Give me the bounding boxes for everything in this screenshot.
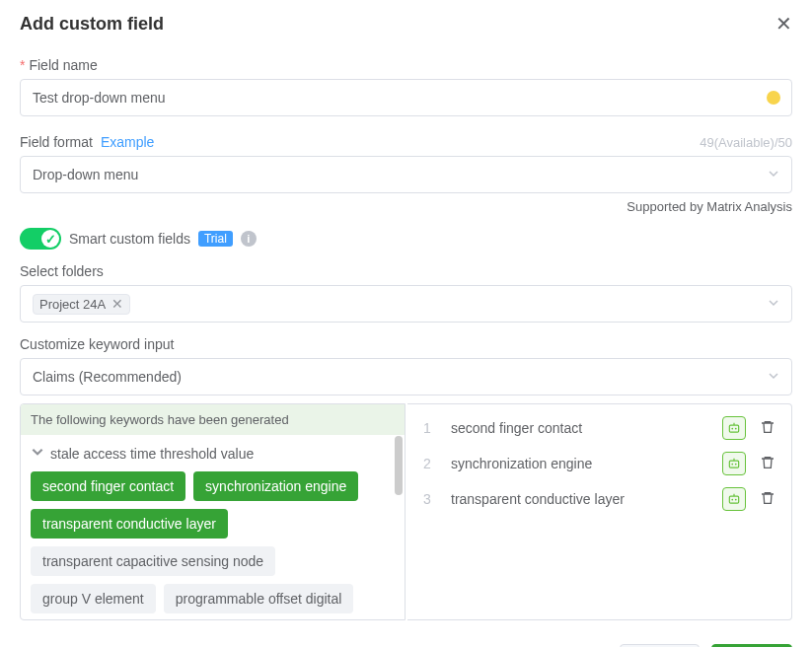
svg-rect-8 bbox=[729, 496, 738, 503]
keyword-tag[interactable]: synchronization engine bbox=[193, 471, 358, 501]
field-format-label: Field format bbox=[20, 134, 93, 150]
selected-panel: 1second finger contact2synchronization e… bbox=[407, 403, 792, 620]
keywords-panel-body[interactable]: stale access time threshold value second… bbox=[21, 435, 405, 620]
svg-point-5 bbox=[731, 464, 733, 466]
info-icon[interactable]: i bbox=[241, 231, 257, 247]
row-number: 2 bbox=[423, 456, 437, 471]
select-folders-label: Select folders bbox=[20, 263, 104, 279]
keyword-input-label: Customize keyword input bbox=[20, 336, 174, 352]
svg-point-1 bbox=[731, 428, 733, 430]
svg-point-10 bbox=[735, 499, 737, 501]
robot-icon[interactable] bbox=[722, 487, 746, 511]
chip-remove-icon[interactable]: ✕ bbox=[111, 297, 123, 311]
svg-rect-0 bbox=[729, 425, 738, 432]
example-link[interactable]: Example bbox=[101, 134, 154, 150]
row-label: transparent conductive layer bbox=[451, 491, 708, 507]
modal-title: Add custom field bbox=[20, 14, 164, 35]
scrollbar[interactable] bbox=[395, 436, 403, 495]
folder-chip[interactable]: Project 24A ✕ bbox=[33, 294, 130, 315]
trash-icon[interactable] bbox=[760, 455, 775, 473]
chevron-down-icon bbox=[768, 296, 779, 312]
robot-icon[interactable] bbox=[722, 452, 746, 475]
smart-fields-label: Smart custom fields bbox=[69, 231, 190, 247]
required-star: * bbox=[20, 57, 25, 73]
robot-icon[interactable] bbox=[722, 416, 746, 440]
smart-fields-toggle[interactable]: ✓ bbox=[20, 228, 61, 250]
keyword-tag[interactable]: group V element bbox=[31, 584, 156, 613]
folder-chip-label: Project 24A bbox=[39, 297, 106, 312]
svg-rect-4 bbox=[729, 461, 738, 467]
row-number: 3 bbox=[423, 491, 437, 507]
chevron-down-icon bbox=[768, 369, 779, 385]
keyword-tag[interactable]: second finger contact bbox=[31, 471, 185, 501]
close-icon[interactable]: ✕ bbox=[775, 12, 792, 36]
selected-row: 3transparent conductive layer bbox=[415, 481, 783, 517]
svg-point-9 bbox=[731, 499, 733, 501]
keywords-panel: The following keywords have been generat… bbox=[20, 403, 406, 620]
keyword-tag[interactable]: programmable offset digital bbox=[164, 584, 354, 613]
check-icon: ✓ bbox=[45, 233, 56, 246]
keyword-tag[interactable]: transparent conductive layer bbox=[31, 509, 228, 539]
select-folders[interactable]: Project 24A ✕ bbox=[20, 285, 792, 323]
keyword-input-value: Claims (Recommended) bbox=[33, 369, 182, 385]
selected-row: 2synchronization engine bbox=[415, 446, 783, 481]
keyword-tag[interactable]: transparent capacitive sensing node bbox=[31, 546, 275, 576]
field-format-helper: Supported by Matrix Analysis bbox=[20, 199, 792, 214]
field-name-label: Field name bbox=[29, 57, 97, 73]
trash-icon[interactable] bbox=[760, 419, 775, 438]
chevron-down-icon[interactable] bbox=[31, 445, 44, 462]
field-format-value: Drop-down menu bbox=[33, 167, 138, 182]
keyword-input-select[interactable]: Claims (Recommended) bbox=[20, 358, 792, 395]
status-dot-icon bbox=[767, 91, 780, 105]
row-label: synchronization engine bbox=[451, 456, 708, 471]
field-name-input[interactable] bbox=[20, 79, 792, 116]
trial-badge: Trial bbox=[198, 231, 233, 247]
selected-row: 1second finger contact bbox=[415, 410, 783, 446]
svg-point-2 bbox=[735, 428, 737, 430]
keywords-panel-header: The following keywords have been generat… bbox=[21, 404, 405, 435]
trash-icon[interactable] bbox=[760, 490, 775, 509]
field-format-select[interactable]: Drop-down menu bbox=[20, 156, 792, 193]
stale-threshold-text: stale access time threshold value bbox=[50, 446, 254, 462]
svg-point-6 bbox=[735, 464, 737, 466]
chevron-down-icon bbox=[768, 167, 779, 182]
row-number: 1 bbox=[423, 420, 437, 436]
availability-text: 49(Available)/50 bbox=[700, 135, 792, 150]
row-label: second finger contact bbox=[451, 420, 708, 436]
